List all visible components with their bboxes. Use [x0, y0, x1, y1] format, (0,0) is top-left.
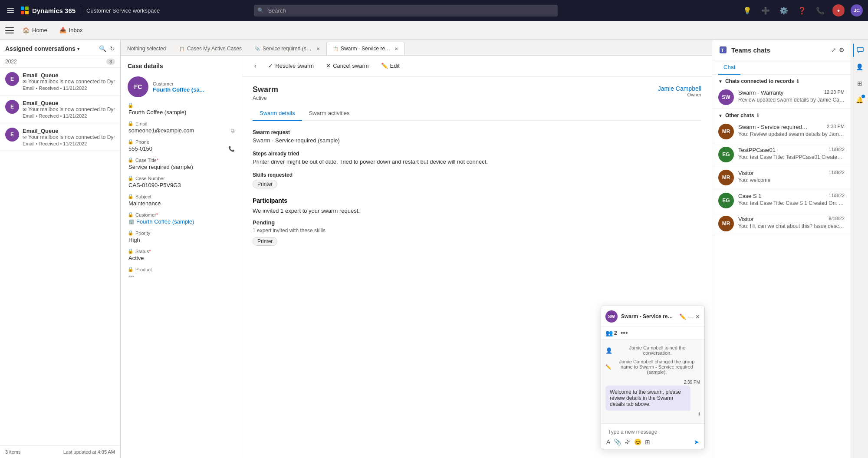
help-icon[interactable]: ❓	[796, 4, 808, 16]
hamburger-menu[interactable]	[5, 6, 16, 15]
more-options-icon[interactable]: •••	[621, 329, 628, 337]
chat-item-header: TestPPCase01 11/8/22	[738, 147, 845, 153]
sidebar-title: Assigned conversations ▾	[5, 45, 79, 52]
owner-name: Jamie Campbell	[658, 85, 701, 92]
search-icon: 🔍	[257, 7, 264, 13]
tab-swarm-activities[interactable]: Swarm activities	[302, 106, 357, 121]
back-button[interactable]: ‹	[249, 60, 261, 72]
add-icon[interactable]: ➕	[760, 4, 772, 16]
lock-icon: 🔒	[128, 212, 134, 217]
list-item[interactable]: MR Visitor 11/8/22 You: welcome	[712, 166, 851, 189]
customer-name[interactable]: Fourth Coffee (sa...	[153, 86, 235, 93]
edit-button[interactable]: ✏️ Edit	[376, 60, 405, 72]
field-label: 🔒 Phone	[128, 139, 235, 145]
minimize-chat-icon[interactable]: —	[688, 313, 694, 320]
field-row: 🔒 Status* Active	[128, 248, 235, 261]
conv-content: Email_Queue ✉ Your mailbox is now connec…	[23, 128, 115, 146]
user-avatar[interactable]: JC	[851, 4, 863, 16]
edit-chat-icon[interactable]: ✏️	[679, 313, 686, 320]
pencil-icon: ✏️	[605, 364, 612, 370]
format-icon[interactable]: A	[606, 438, 610, 445]
field-row: 🔒 Customer* 🏢 Fourth Coffee (sample)	[128, 212, 235, 225]
other-chats-header: ▼ Other chats ℹ	[712, 109, 851, 120]
notification-avatar[interactable]: ●	[832, 4, 845, 16]
list-item[interactable]: EG Case S 1 11/8/22 You: test Case Title…	[712, 189, 851, 212]
info-icon[interactable]: ℹ	[757, 113, 759, 119]
chat-item-content: TestPPCase01 11/8/22 You: test Case Titl…	[738, 147, 845, 160]
chat-item-header: Swarm - Warranty 12:23 PM	[738, 89, 845, 96]
field-row: 🔒 Case Number CAS-01090-P5V9G3	[128, 175, 235, 188]
chat-sidebar-icon[interactable]	[853, 43, 867, 57]
tab-close-icon[interactable]: ✕	[395, 46, 398, 51]
tab-chat[interactable]: Chat	[718, 60, 740, 75]
system-message: ✏️ Jamie Campbell changed the group name…	[605, 357, 700, 376]
tab-service-required[interactable]: 📎 Service required (sample) ✕	[248, 42, 326, 55]
required-mark: *	[157, 158, 158, 163]
settings-chats-icon[interactable]: ⚙	[839, 46, 845, 53]
inbox-nav-btn[interactable]: 📥 Inbox	[54, 24, 88, 36]
chat-popup-avatar: SW	[605, 310, 618, 323]
chat-item-preview: You: Review updated swarm details by Jam…	[738, 131, 845, 137]
person-sidebar-icon[interactable]: 👤	[853, 60, 867, 74]
content-area: Nothing selected 📋 Cases My Active Cases…	[121, 40, 712, 458]
search-sidebar-icon[interactable]: 🔍	[99, 45, 106, 52]
tab-close-icon[interactable]: ✕	[316, 46, 320, 51]
list-item[interactable]: E Email_Queue ✉ Your mailbox is now conn…	[0, 96, 120, 123]
edit-icon: ✏️	[381, 63, 388, 69]
tab-swarm-details[interactable]: Swarm details	[253, 106, 302, 121]
field-label: 🔒 Subject	[128, 194, 235, 199]
settings-icon[interactable]: ⚙️	[778, 4, 790, 16]
emoji-icon[interactable]: 😊	[634, 438, 641, 445]
resolve-swarm-button[interactable]: ✓ Resolve swarm	[263, 60, 319, 72]
close-chat-icon[interactable]: ✕	[695, 313, 700, 320]
list-item[interactable]: EG TestPPCase01 11/8/22 You: test Case T…	[712, 143, 851, 166]
list-item[interactable]: E Email_Queue ✉ Your mailbox is now conn…	[0, 123, 120, 151]
more-icon[interactable]: ⊞	[645, 438, 650, 445]
copy-phone-icon[interactable]: 📞	[228, 146, 235, 152]
chat-item-time: 12:23 PM	[824, 89, 845, 96]
tab-cases-active[interactable]: 📋 Cases My Active Cases	[173, 42, 248, 55]
list-item[interactable]: SW Swarm - Warranty 12:23 PM Review upda…	[712, 86, 851, 109]
home-nav-btn[interactable]: 🏠 Home	[17, 24, 53, 36]
refresh-sidebar-icon[interactable]: ↻	[110, 45, 115, 52]
list-item[interactable]: MR Swarm - Service required (s... 2:38 P…	[712, 120, 851, 143]
field-row: 🔒 Product ---	[128, 267, 235, 280]
send-button[interactable]: ➤	[694, 438, 699, 445]
lock-icon: 🔒	[128, 230, 134, 236]
list-item[interactable]: MR Visitor 9/18/22 You: Hi, can we chat …	[712, 212, 851, 235]
attach-icon[interactable]: 📎	[614, 438, 621, 445]
search-input[interactable]	[254, 5, 558, 16]
chat-input[interactable]	[605, 426, 701, 438]
swarm-status: Active	[253, 95, 278, 101]
attachment2-icon[interactable]: 🖇	[625, 438, 631, 445]
cancel-swarm-button[interactable]: ✕ Cancel swarm	[321, 60, 374, 72]
chat-messages: 👤 Jamie Campbell joined the conversation…	[601, 340, 704, 423]
sidebar-toggle[interactable]	[3, 24, 16, 36]
far-right-strip: 👤 ⊞ 🔔	[851, 40, 868, 458]
grid-sidebar-icon[interactable]: ⊞	[853, 76, 867, 90]
year-group: 2022 3	[0, 56, 120, 68]
list-item[interactable]: E Email_Queue ✉ Your mailbox is now conn…	[0, 68, 120, 96]
chat-popup-actions: ✏️ — ✕	[679, 313, 700, 320]
conv-name: Email_Queue	[23, 128, 115, 134]
owner-label: Owner	[658, 92, 701, 97]
teams-icon: T	[718, 45, 728, 55]
sidebar-actions: 🔍 ↻	[99, 45, 115, 52]
tab-nothing-selected[interactable]: Nothing selected	[121, 42, 173, 55]
lock-icon: 🔒	[128, 194, 134, 199]
tab-swarm-active[interactable]: 📋 Swarm - Service required (... ✕	[326, 42, 404, 55]
notification-sidebar-icon[interactable]: 🔔	[853, 93, 867, 107]
chevron-down-icon[interactable]: ▾	[77, 46, 79, 51]
chat-item-preview: Review updated swarm details by Jamie Ca…	[738, 97, 845, 103]
chat-item-time: 11/8/22	[829, 193, 845, 199]
phone-icon[interactable]: 📞	[814, 4, 826, 16]
info-icon[interactable]: ℹ	[797, 79, 799, 84]
customer-link-value[interactable]: 🏢 Fourth Coffee (sample)	[128, 218, 235, 225]
case-area: Case details FC Customer Fourth Coffee (…	[121, 56, 712, 458]
copy-email-icon[interactable]: ⧉	[231, 128, 235, 134]
lock-icon: 🔒	[128, 267, 134, 272]
chat-item-name: Visitor	[738, 170, 754, 176]
expand-icon[interactable]: ⤢	[831, 46, 836, 53]
product-value: ---	[128, 273, 235, 280]
lightbulb-icon[interactable]: 💡	[741, 4, 753, 16]
